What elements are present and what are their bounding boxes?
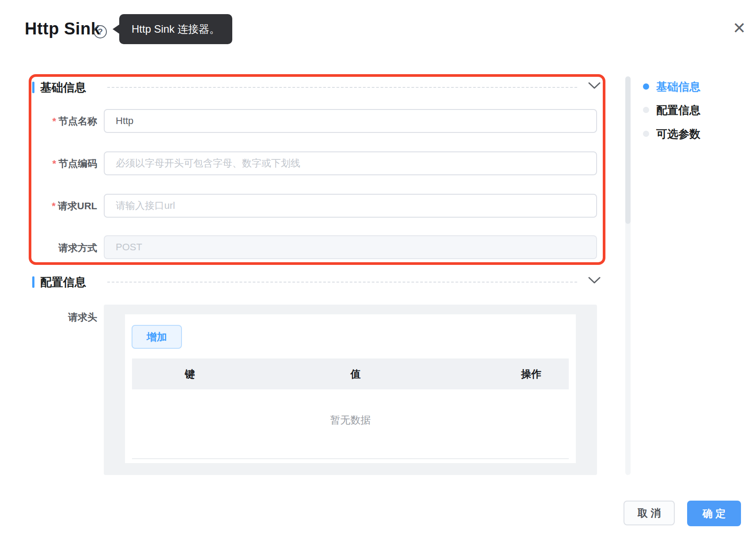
confirm-button[interactable]: 确 定 (687, 501, 741, 526)
section-divider (107, 87, 577, 88)
add-header-button[interactable]: 增加 (132, 325, 182, 349)
required-asterisk: * (52, 158, 56, 169)
page-title: Http Sink (25, 19, 100, 38)
tooltip-text: Http Sink 连接器。 (132, 23, 220, 35)
anchor-nav-item-optional[interactable]: 可选参数 (656, 127, 700, 140)
chevron-down-icon[interactable] (588, 82, 601, 91)
section-accent-bar (32, 276, 34, 288)
request-url-input[interactable] (104, 194, 597, 218)
nav-dot-optional (643, 131, 649, 137)
help-icon[interactable]: ? (94, 25, 107, 38)
field-label-request-url: *请求URL (18, 200, 97, 212)
section-title-basic: 基础信息 (40, 80, 86, 95)
section-title-config: 配置信息 (40, 275, 86, 290)
section-divider (107, 282, 577, 283)
request-method-input (104, 235, 597, 259)
scrollbar-thumb[interactable] (625, 76, 631, 224)
cancel-button[interactable]: 取 消 (624, 501, 675, 525)
required-asterisk: * (52, 200, 56, 211)
field-label-request-method: 请求方式 (18, 242, 97, 254)
anchor-nav-item-basic[interactable]: 基础信息 (656, 80, 700, 93)
table-column-key: 键 (185, 358, 195, 389)
field-label-node-name: *节点名称 (18, 116, 97, 127)
anchor-nav-item-config[interactable]: 配置信息 (656, 103, 700, 117)
field-label-request-headers: 请求头 (18, 312, 97, 323)
tooltip: Http Sink 连接器。 (119, 14, 232, 44)
field-label-node-code: *节点编码 (18, 158, 97, 170)
table-empty-state: 暂无数据 (132, 413, 569, 427)
node-name-input[interactable] (104, 109, 597, 133)
table-bottom-divider (132, 458, 569, 459)
node-code-input[interactable] (104, 151, 597, 175)
nav-dot-basic (643, 83, 649, 90)
required-asterisk: * (52, 116, 56, 127)
close-icon[interactable]: ✕ (730, 19, 749, 38)
section-accent-bar (32, 82, 34, 93)
table-column-value: 值 (351, 358, 361, 389)
nav-dot-config (643, 107, 649, 113)
table-column-operation: 操作 (521, 358, 541, 389)
chevron-down-icon[interactable] (588, 277, 601, 286)
